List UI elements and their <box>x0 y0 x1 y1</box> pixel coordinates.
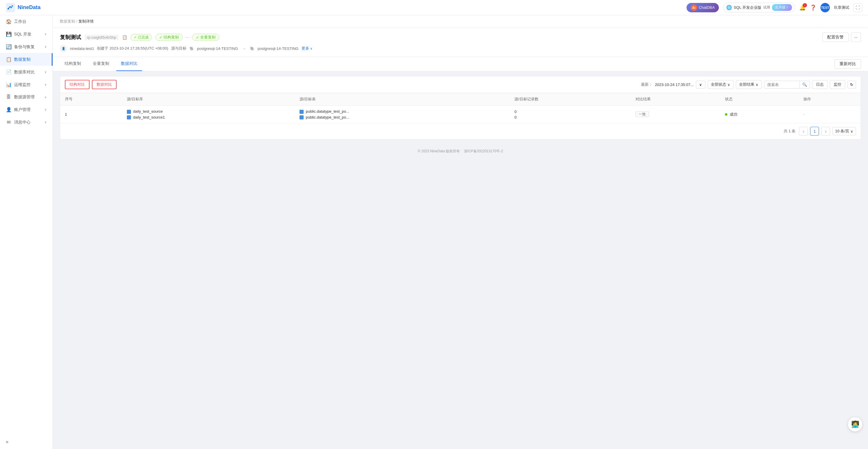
tab-data-compare-label: 数据对比 <box>121 61 137 66</box>
status-dropdown-label: 全部状态 <box>711 82 726 87</box>
breadcrumb: 数据复制 / 复制详情 <box>53 15 868 28</box>
logo[interactable]: NineData <box>6 3 40 12</box>
search-input[interactable] <box>764 81 800 88</box>
copy-icon[interactable]: 📋 <box>122 35 127 40</box>
col-records: 源/目标记录数 <box>510 93 631 106</box>
cell-records: 0 0 <box>510 106 631 123</box>
datasource-icon: 🗄 <box>6 95 11 100</box>
sidebar-label-datasource: 数据源管理 <box>14 95 35 100</box>
result-dropdown[interactable]: 全部结果 ∨ <box>736 80 762 89</box>
compare-result-badge: 一致 <box>636 111 649 117</box>
refresh-button[interactable]: ↻ <box>847 81 856 89</box>
search-box: 🔍 <box>764 81 810 89</box>
log-button[interactable]: 日志 <box>812 80 828 89</box>
db-compare-icon: 📄 <box>6 69 11 75</box>
step2-label: 全量复制 <box>200 35 216 40</box>
more-details-link[interactable]: 更多 ∨ <box>302 46 313 51</box>
message-icon: ✉ <box>6 120 11 125</box>
upgrade-button[interactable]: 去升级！ <box>772 4 792 11</box>
sub-tab-data-compare[interactable]: 数据对比 <box>92 80 117 89</box>
status-dropdown-chevron: ∨ <box>727 83 730 87</box>
sub-tab-structure-compare[interactable]: 结构对比 <box>65 80 90 89</box>
current-page-button[interactable]: 1 <box>810 127 819 136</box>
chevron-ops-monitor: ∨ <box>44 83 47 87</box>
expand-icon[interactable]: ⛶ <box>853 3 862 12</box>
result-dropdown-chevron: ∨ <box>755 83 758 87</box>
monitor-button[interactable]: 监控 <box>830 80 845 89</box>
sidebar-item-workbench[interactable]: 🏠 工作台 <box>0 15 53 28</box>
user-avatar[interactable]: TEST <box>820 3 830 12</box>
more-chevron-down: ∨ <box>310 47 312 50</box>
status-label: 已完成 <box>138 35 149 40</box>
dropdown-time[interactable]: ∨ <box>696 81 705 89</box>
tab-full-replica[interactable]: 全量复制 <box>88 57 114 71</box>
help-button[interactable]: ❓ <box>810 4 816 11</box>
tab-data-compare[interactable]: 数据对比 <box>116 57 142 71</box>
sidebar-item-db-compare[interactable]: 📄 数据库对比 ∨ <box>0 66 53 78</box>
recompare-button[interactable]: 重新对比 <box>835 59 861 69</box>
target-records: 0 <box>515 115 626 120</box>
data-table: 序号 源/目标库 源/目标表 源/目标记录数 对比结果 状态 操作 1 <box>60 93 861 123</box>
backup-icon: 🔄 <box>6 44 11 50</box>
sidebar-item-sql-dev[interactable]: 💾 SQL 开发 ∨ <box>0 28 53 40</box>
sidebar-collapse-button[interactable]: ≡ <box>0 435 53 449</box>
chevron-message: ∨ <box>44 120 47 124</box>
chevron-account: ∨ <box>44 108 47 111</box>
sql-enterprise-plan: 🌐 SQL 开发企业版 试用 去升级！ <box>723 3 795 12</box>
sidebar-item-backup[interactable]: 🔄 备份与恢复 ∨ <box>0 40 53 53</box>
table-head: 序号 源/目标库 源/目标表 源/目标记录数 对比结果 状态 操作 <box>60 93 861 106</box>
more-button[interactable]: ··· <box>851 33 861 42</box>
trial-button[interactable]: 试用 <box>763 5 770 10</box>
cell-action: - <box>799 106 861 123</box>
chatdba-label: ChatDBA <box>699 5 715 10</box>
tab-structure-replica[interactable]: 结构复制 <box>60 57 86 71</box>
tab-area: 结构复制 全量复制 数据对比 重新对比 <box>53 57 868 71</box>
sidebar-item-data-replica[interactable]: 📋 数据复制 <box>0 53 53 66</box>
sidebar-label-db-compare: 数据库对比 <box>14 69 35 75</box>
created-at: 创建于 2023-10-24 17:26:55(UTC +08:00) <box>97 46 168 51</box>
search-button[interactable]: 🔍 <box>800 81 810 88</box>
status-dropdown[interactable]: 全部状态 ∨ <box>708 80 734 89</box>
target-db-name: daily_test_source1 <box>133 115 165 120</box>
target-table-cell: public.datatype_test_po... <box>300 115 505 120</box>
page-total: 共 1 条 <box>784 129 796 134</box>
latest-label: 最新： <box>641 82 652 87</box>
user-name[interactable]: 玖章测试 <box>834 5 849 10</box>
source-target-label: 源与目标 <box>171 46 186 51</box>
sidebar-label-workbench: 工作台 <box>14 19 26 24</box>
source-table-name: public.datatype_test_po... <box>306 109 349 114</box>
support-bubble[interactable]: 👩‍💻 <box>848 417 862 431</box>
prev-page-button[interactable]: ‹ <box>799 127 808 136</box>
footer-icp: 浙ICP备2022013170号-2 <box>464 149 503 153</box>
target-table-icon <box>300 115 304 120</box>
sidebar-item-ops-monitor[interactable]: 📊 运维监控 ∨ <box>0 78 53 91</box>
page-size-select[interactable]: 10 条/页 ∨ <box>833 127 856 135</box>
status-text: 成功 <box>730 112 737 117</box>
chatdba-ai-badge: Ai <box>691 4 697 11</box>
source-records: 0 <box>515 109 626 114</box>
chatdba-button[interactable]: Ai ChatDBA <box>686 3 719 12</box>
chevron-datasource: ∨ <box>44 95 47 99</box>
config-alert-button[interactable]: 配置告警 <box>822 33 848 42</box>
tab-structure-replica-label: 结构复制 <box>65 61 81 66</box>
table-header-row: 序号 源/目标库 源/目标表 源/目标记录数 对比结果 状态 操作 <box>60 93 861 106</box>
next-page-button[interactable]: › <box>821 127 830 136</box>
data-replica-icon: 📋 <box>6 57 11 62</box>
target-db-icon <box>127 115 131 120</box>
tab-full-replica-label: 全量复制 <box>93 61 109 66</box>
table-row: 1 daily_test_source daily_test_source1 <box>60 106 861 123</box>
sql-enterprise-label: SQL 开发企业版 <box>734 5 762 10</box>
step1-check: ✓ <box>159 35 162 40</box>
step-divider: — <box>185 35 190 40</box>
breadcrumb-parent[interactable]: 数据复制 <box>60 19 75 24</box>
pagination-row: 共 1 条 ‹ 1 › 10 条/页 ∨ <box>60 123 861 139</box>
sql-dev-icon: 💾 <box>6 31 11 37</box>
result-dropdown-label: 全部结果 <box>739 82 754 87</box>
sidebar-item-message[interactable]: ✉ 消息中心 ∨ <box>0 116 53 129</box>
notification-button[interactable]: 🔔 1 <box>799 4 806 11</box>
sidebar-item-datasource[interactable]: 🗄 数据源管理 ∨ <box>0 91 53 103</box>
col-status: 状态 <box>720 93 799 106</box>
svg-point-1 <box>8 8 9 9</box>
sidebar-item-account[interactable]: 👤 账户管理 ∨ <box>0 103 53 116</box>
step2-check: ✓ <box>196 35 199 40</box>
